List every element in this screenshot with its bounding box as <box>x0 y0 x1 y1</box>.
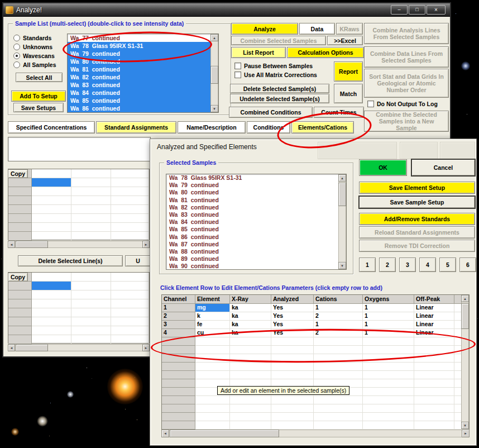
titlebar[interactable]: Analyze! – □ × <box>3 3 450 17</box>
scroll-left-icon[interactable]: ◄ <box>8 344 15 351</box>
pause-between-samples-checkbox[interactable]: Pause Between Samples <box>234 63 313 69</box>
element-cell[interactable] <box>414 337 454 346</box>
element-cell[interactable]: 3 <box>162 321 195 329</box>
grid-cell[interactable] <box>111 214 149 223</box>
radio-all-samples[interactable]: All Samples <box>13 60 56 69</box>
element-cell[interactable] <box>230 371 271 379</box>
element-cell[interactable]: Linear <box>414 304 454 312</box>
element-cell[interactable] <box>363 388 414 396</box>
delete-selected-samples-button[interactable]: Delete Selected Sample(s) <box>230 84 329 93</box>
tab-standard-assignments[interactable]: Standard Assignments <box>96 121 176 134</box>
element-cell[interactable] <box>230 404 271 413</box>
grid-cell[interactable] <box>71 290 111 299</box>
scroll-left-icon[interactable]: ◄ <box>161 430 169 437</box>
grid-row-header[interactable] <box>8 317 32 326</box>
element-cell[interactable] <box>363 354 414 363</box>
list-item[interactable]: Wa 80 continued <box>166 189 338 196</box>
combine-analysis-lines-button[interactable]: Combine Analysis Lines From Selected Sam… <box>364 23 449 44</box>
element-cell[interactable]: Yes <box>271 304 314 312</box>
element-cell[interactable] <box>195 363 230 371</box>
element-cell[interactable] <box>162 346 195 354</box>
list-item[interactable]: Wa 86 continued <box>68 104 210 112</box>
element-table-hscrollbar[interactable]: ◄ ► <box>161 430 470 437</box>
grid-cell[interactable] <box>111 196 149 205</box>
combined-conditions-button[interactable]: Combined Conditions <box>229 107 313 118</box>
dialog-sample-listbox[interactable]: Wa 78 Glass 95IRX S1-31Wa 79 continuedWa… <box>166 174 347 270</box>
scroll-up-icon[interactable]: ▲ <box>461 295 469 302</box>
scroll-right-icon[interactable]: ► <box>142 241 150 248</box>
element-cell[interactable] <box>162 396 195 404</box>
concentration-grid-1[interactable] <box>8 169 150 240</box>
element-row[interactable]: 3fekaYes11Linear <box>162 321 469 329</box>
element-row-empty[interactable] <box>162 346 469 354</box>
grid-cell[interactable] <box>32 214 71 223</box>
radio-unknowns[interactable]: Unknowns <box>13 42 56 51</box>
grid-cell[interactable] <box>111 205 149 214</box>
grid-cell[interactable] <box>71 232 111 241</box>
element-cell[interactable] <box>271 404 314 413</box>
list-item[interactable]: Wa 78 Glass 95IRX S1-31 <box>166 174 338 182</box>
element-cell[interactable]: ka <box>230 304 271 312</box>
list-item[interactable]: Wa 77 continued <box>68 34 210 42</box>
scroll-right-icon[interactable]: ► <box>462 430 470 437</box>
grid-cell[interactable] <box>71 196 111 205</box>
element-cell[interactable]: ka <box>230 312 271 321</box>
spectrometer-button-5[interactable]: 5 <box>439 258 456 272</box>
scrollbar-thumb[interactable] <box>16 344 48 351</box>
element-cell[interactable] <box>414 371 454 379</box>
grid-cell[interactable] <box>32 326 71 335</box>
scroll-down-icon[interactable]: ▼ <box>461 422 469 429</box>
grid-cell[interactable] <box>32 317 71 326</box>
grid-cell[interactable] <box>32 223 71 232</box>
list-item[interactable]: Wa 83 continued <box>68 81 210 89</box>
element-row-empty[interactable] <box>162 337 469 346</box>
element-cell[interactable]: Yes <box>271 321 314 329</box>
grid-row-header[interactable] <box>8 196 32 205</box>
element-cell[interactable] <box>414 354 454 363</box>
analyze-button[interactable]: Analyze <box>231 23 298 35</box>
list-item[interactable]: Wa 85 continued <box>166 226 338 233</box>
grid-row-header[interactable] <box>8 223 32 232</box>
scrollbar-thumb[interactable] <box>210 66 218 84</box>
remove-tdi-correction-button[interactable]: Remove TDI Correction <box>359 240 475 252</box>
grid-cell[interactable] <box>32 299 71 308</box>
grid-cell[interactable] <box>111 223 149 232</box>
element-cell[interactable] <box>230 346 271 354</box>
grid-cell[interactable] <box>32 169 71 178</box>
element-cell[interactable] <box>363 371 414 379</box>
scrollbar-thumb[interactable] <box>461 303 469 329</box>
element-cell[interactable] <box>162 421 195 430</box>
element-cell[interactable] <box>314 413 363 421</box>
combine-data-lines-button[interactable]: Combine Data Lines From Selected Samples <box>364 46 449 68</box>
element-row-empty[interactable] <box>162 404 469 413</box>
element-cell[interactable] <box>195 337 230 346</box>
element-cell[interactable]: 1 <box>314 321 363 329</box>
tab-elements-cations[interactable]: Elements/Cations <box>291 121 354 134</box>
element-cell[interactable] <box>162 354 195 363</box>
grid-row-header[interactable] <box>8 290 32 299</box>
element-row-empty[interactable] <box>162 363 469 371</box>
element-cell[interactable] <box>363 337 414 346</box>
scroll-up-icon[interactable]: ▲ <box>210 34 218 41</box>
element-cell[interactable] <box>195 371 230 379</box>
grid-row-header[interactable] <box>8 205 32 214</box>
element-cell[interactable]: Linear <box>414 312 454 321</box>
element-cell[interactable] <box>271 421 314 430</box>
element-cell[interactable] <box>314 337 363 346</box>
element-cell[interactable] <box>195 396 230 404</box>
list-item[interactable]: Wa 79 continued <box>166 182 338 189</box>
grid-cell[interactable] <box>111 290 149 299</box>
grid-cell[interactable] <box>71 178 111 187</box>
list-item[interactable]: Wa 86 continued <box>166 233 338 241</box>
element-cell[interactable] <box>363 396 414 404</box>
select-all-button[interactable]: Select All <box>16 73 63 82</box>
grid-cell[interactable] <box>111 273 149 282</box>
grid-cell[interactable] <box>32 335 71 344</box>
close-icon[interactable]: × <box>427 5 446 15</box>
element-cell[interactable]: 1 <box>363 312 414 321</box>
list-item[interactable]: Wa 85 continued <box>68 97 210 104</box>
add-remove-standards-button[interactable]: Add/Remove Standards <box>359 213 475 225</box>
element-row-empty[interactable] <box>162 371 469 379</box>
reload-standard-assignments-button[interactable]: Reload Standard Assignments <box>359 226 475 239</box>
list-item[interactable]: Wa 78 Glass 95IRX S1-31 <box>68 42 210 50</box>
